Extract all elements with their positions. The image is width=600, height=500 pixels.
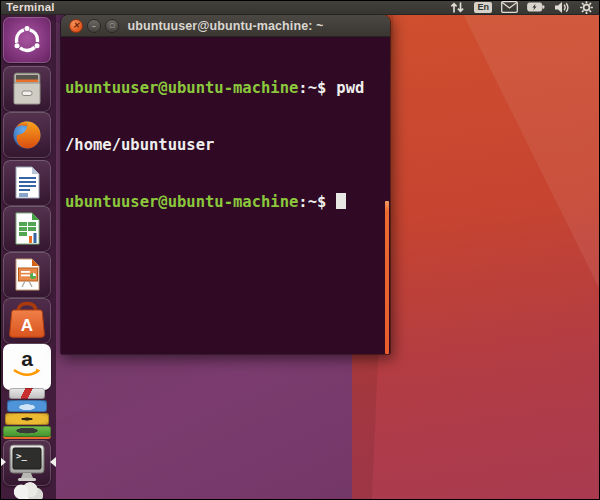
launcher-item-libreoffice-writer[interactable] — [3, 160, 51, 206]
window-buttons: ✕ – □ — [69, 19, 119, 33]
terminal-line-output: /home/ubuntuuser — [65, 136, 390, 155]
launcher-item-terminal[interactable]: >_ — [3, 440, 51, 486]
launcher-item-libreoffice-impress[interactable] — [3, 252, 51, 298]
volume-speaker-icon[interactable] — [554, 1, 570, 14]
stacked-app-icon-2[interactable] — [7, 400, 47, 412]
file-cabinet-icon — [3, 66, 51, 112]
stacked-app-icon-3[interactable] — [5, 413, 49, 425]
focused-app-arrow-icon — [50, 457, 56, 467]
keyboard-layout-indicator[interactable]: En — [474, 2, 492, 13]
terminal-line-command: ubuntuuser@ubuntu-machine:~$pwd — [65, 79, 390, 98]
launcher-item-firefox[interactable] — [3, 112, 51, 158]
launcher-item-amazon[interactable]: a — [3, 344, 51, 390]
libreoffice-calc-icon — [3, 206, 51, 252]
network-updown-arrows-icon[interactable] — [450, 1, 465, 14]
terminal-window: ✕ – □ ubuntuuser@ubuntu-machine: ~ ubunt… — [60, 14, 391, 355]
system-tray: En — [450, 0, 594, 15]
close-icon: ✕ — [73, 19, 80, 33]
maximize-button[interactable]: □ — [105, 19, 119, 33]
active-app-title: Terminal — [6, 1, 55, 13]
session-gear-icon[interactable] — [579, 0, 594, 15]
typed-command: pwd — [336, 79, 364, 97]
stacked-app-icon-4[interactable] — [3, 426, 51, 439]
terminal-line-prompt: ubuntuuser@ubuntu-machine:~$ — [65, 193, 390, 212]
running-app-arrow-icon — [0, 457, 6, 467]
mail-envelope-icon[interactable] — [501, 1, 518, 13]
terminal-icon-glyph: >_ — [16, 451, 27, 461]
shopping-bag-icon: A — [3, 298, 51, 344]
minimize-button[interactable]: – — [87, 19, 101, 33]
desktop: Terminal En — [0, 0, 600, 500]
amazon-smile-arrow-icon — [12, 367, 42, 379]
libreoffice-impress-icon — [3, 252, 51, 298]
minimize-icon: – — [92, 19, 96, 33]
command-output: /home/ubuntuuser — [65, 136, 214, 154]
firefox-icon — [3, 112, 51, 158]
launcher-item-libreoffice-calc[interactable] — [3, 206, 51, 252]
top-menubar: Terminal En — [0, 0, 600, 15]
terminal-content[interactable]: ubuntuuser@ubuntu-machine:~$pwd /home/ub… — [61, 37, 390, 354]
prompt-user-host: ubuntuuser@ubuntu-machine — [65, 193, 298, 211]
launcher-stacked-apps[interactable] — [3, 388, 51, 440]
unity-launcher: A a >_ — [0, 15, 56, 500]
prompt-suffix: :~$ — [298, 193, 326, 211]
battery-icon[interactable] — [527, 1, 545, 13]
terminal-monitor-icon: >_ — [3, 440, 51, 486]
terminal-scrollbar[interactable] — [385, 201, 389, 354]
prompt-user-host: ubuntuuser@ubuntu-machine — [65, 79, 298, 97]
stacked-app-icon-1[interactable] — [9, 388, 45, 399]
close-button[interactable]: ✕ — [69, 19, 83, 33]
launcher-item-files[interactable] — [3, 66, 51, 112]
launcher-item-trash[interactable] — [11, 482, 45, 500]
libreoffice-writer-icon — [3, 160, 51, 206]
prompt-suffix: :~$ — [298, 79, 326, 97]
terminal-cursor — [336, 193, 346, 209]
terminal-titlebar[interactable]: ✕ – □ ubuntuuser@ubuntu-machine: ~ — [61, 15, 390, 37]
maximize-icon: □ — [110, 19, 114, 33]
launcher-item-dash[interactable] — [3, 17, 51, 63]
launcher-item-software-center[interactable]: A — [3, 298, 51, 344]
ubuntu-logo-icon — [3, 17, 51, 63]
software-center-letter: A — [21, 316, 33, 335]
